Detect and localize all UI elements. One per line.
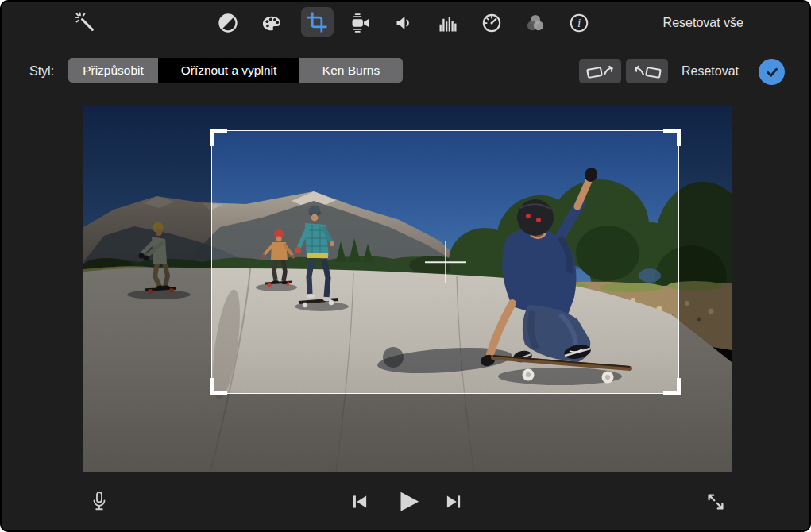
magic-wand-icon[interactable] <box>74 11 96 33</box>
crop-handle-bottom-left[interactable] <box>210 378 227 395</box>
style-option-crop-to-fill[interactable]: Oříznout a vyplnit <box>158 58 299 83</box>
rotate-counterclockwise-icon <box>585 62 616 81</box>
crop-selection[interactable] <box>211 130 679 394</box>
rotate-clockwise-button[interactable] <box>626 59 668 83</box>
rotate-clockwise-icon <box>631 62 663 81</box>
next-frame-button[interactable] <box>442 491 465 513</box>
microphone-icon <box>89 490 110 514</box>
fullscreen-icon <box>705 490 727 514</box>
style-option-fit[interactable]: Přizpůsobit <box>68 58 158 83</box>
speed-icon[interactable] <box>481 12 503 34</box>
imovie-adjust-window: i Resetovat vše Styl: Přizpůsobit Ořízno… <box>0 0 811 532</box>
next-frame-icon <box>443 492 464 512</box>
crop-icon[interactable] <box>306 11 328 33</box>
crop-handle-bottom-right[interactable] <box>663 378 681 395</box>
audio-equalizer-icon[interactable] <box>437 12 459 34</box>
checkmark-icon <box>763 64 781 81</box>
crop-handle-top-right[interactable] <box>663 129 681 146</box>
window-background: i Resetovat vše Styl: Přizpůsobit Ořízno… <box>2 2 809 530</box>
crop-center-crosshair-vertical <box>445 241 446 283</box>
previous-frame-button[interactable] <box>349 491 371 513</box>
fullscreen-button[interactable] <box>705 490 727 514</box>
color-palette-icon[interactable] <box>261 12 283 34</box>
style-option-ken-burns[interactable]: Ken Burns <box>299 58 403 83</box>
volume-icon[interactable] <box>394 12 416 34</box>
rotate-counterclockwise-button[interactable] <box>579 59 621 83</box>
crop-handle-top-left[interactable] <box>210 129 227 146</box>
color-balance-icon[interactable] <box>217 12 239 34</box>
reset-crop-label: Resetovat <box>682 64 739 79</box>
microphone-button[interactable] <box>88 489 110 515</box>
stabilization-camera-icon[interactable] <box>350 12 372 34</box>
video-preview[interactable] <box>83 106 732 472</box>
play-icon <box>394 487 421 515</box>
play-button[interactable] <box>394 487 421 515</box>
info-icon[interactable]: i <box>568 12 590 34</box>
reset-all-button[interactable]: Resetovat vše <box>663 16 743 30</box>
style-label: Styl: <box>29 64 54 79</box>
previous-frame-icon <box>350 492 370 512</box>
style-segmented-control: Přizpůsobit Oříznout a vyplnit Ken Burns <box>68 58 403 83</box>
svg-text:i: i <box>577 16 581 29</box>
confirm-crop-button[interactable] <box>759 59 785 85</box>
color-filters-icon[interactable] <box>524 12 546 34</box>
